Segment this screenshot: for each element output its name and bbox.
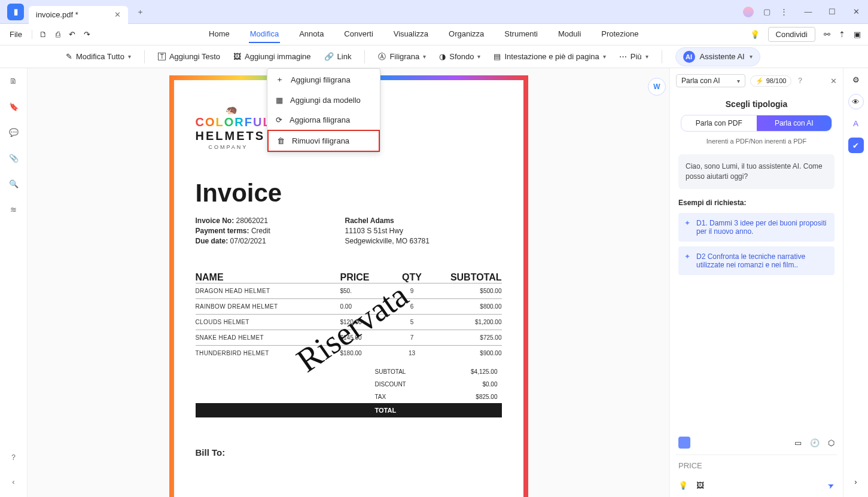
ai-assistant-button[interactable]: AI Assistente AI ▾ [675,47,760,66]
watermark-button[interactable]: Ⓐ Filigrana ▾ [378,51,426,62]
lightbulb-icon[interactable]: 💡 [678,481,688,490]
share-link-icon[interactable]: ⚯ [824,30,830,39]
menu-convert[interactable]: Converti [343,26,374,43]
ai-greeting: Ciao, sono Lumi, il tuo assistente AI. C… [678,154,835,189]
token-counter[interactable]: ⚡98/100 [750,75,792,87]
ai-app-icon[interactable] [678,437,690,449]
history-icon[interactable]: 🕘 [810,438,820,447]
menu-edit[interactable]: Modifica [249,26,280,43]
ai-mode-label: Parla con AI [681,77,720,85]
undo-icon[interactable]: ↶ [69,30,75,39]
kebab-menu-icon[interactable]: ⋮ [780,7,788,16]
file-menu[interactable]: File [0,30,32,39]
header-footer-button[interactable]: ▤ Intestazione e piè di pagina ▾ [494,52,605,61]
menu-organize[interactable]: Organizza [447,26,485,43]
add-watermark-item[interactable]: ＋Aggiungi filigrana [267,69,380,90]
search-icon[interactable]: 🔍 [9,179,19,188]
edit-all-button[interactable]: ✎ Modifica Tutto ▾ [66,52,131,61]
menu-annotate[interactable]: Annota [298,26,325,43]
menu-tools[interactable]: Strumenti [503,26,539,43]
account-avatar-icon[interactable] [743,7,754,17]
invoice-title: Invoice [196,179,502,208]
ai-check-icon[interactable]: ✔ [848,138,864,153]
menu-home[interactable]: Home [208,26,231,43]
background-icon: ◑ [439,52,446,61]
tax-value: $825.00 [435,394,498,400]
share-button[interactable]: Condividi [768,27,815,42]
settings-icon[interactable]: ⬡ [828,438,835,447]
close-panel-icon[interactable]: ✕ [830,77,837,86]
redo-icon[interactable]: ↷ [84,30,90,39]
ai-mode-select[interactable]: Parla con AI▾ [676,74,745,87]
more-icon: ⋯ [619,52,627,61]
chat-icon[interactable]: ▢ [763,7,770,16]
example-prompt-1[interactable]: D1. Dammi 3 idee per dei buoni propositi… [678,213,835,242]
add-watermark-template-item[interactable]: ▦Aggiungi da modello [267,90,380,110]
tax-label: TAX [375,394,435,400]
th-name: NAME [196,272,340,283]
comments-icon[interactable]: 💬 [9,128,19,137]
image-attach-icon[interactable]: 🖼 [696,481,704,490]
customer-addr2: Sedgewickville, MO 63781 [345,236,430,246]
menu-forms[interactable]: Moduli [557,26,582,43]
maximize-icon[interactable]: ☐ [824,4,840,20]
add-image-button[interactable]: 🖼 Aggiungi immagine [233,52,311,61]
lightbulb-icon[interactable]: 💡 [750,30,760,39]
collapse-right-icon[interactable]: › [854,477,857,486]
close-window-icon[interactable]: ✕ [848,4,864,20]
seg-ai[interactable]: Parla con AI [757,115,832,131]
background-button[interactable]: ◑ Sfondo ▾ [439,52,480,61]
minimize-icon[interactable]: ― [800,4,817,20]
attachments-icon[interactable]: 📎 [9,154,19,163]
table-row: SNAKE HEAD HELMET$145.007$725.00 [196,330,502,345]
link-button[interactable]: 🔗 Link [324,52,352,61]
thumbnails-icon[interactable]: 🗎 [10,77,17,86]
cell-price: 0.00 [340,303,388,310]
template-icon: ▦ [276,96,283,105]
cell-sub: $900.00 [436,350,502,356]
window-icon[interactable]: ▭ [794,438,802,447]
invno-value: 28062021 [236,217,268,225]
add-text-button[interactable]: 🅃 Aggiungi Testo [158,52,220,61]
help-icon[interactable]: ？ [10,452,17,463]
ai-magic-icon[interactable]: A [853,119,858,128]
maximize-doc-icon[interactable]: ▣ [854,30,861,39]
ai-input[interactable]: PRICE [676,455,837,476]
settings-sliders-icon[interactable]: ⚙ [852,75,860,84]
header-footer-icon: ▤ [494,52,501,61]
menu-protect[interactable]: Protezione [600,26,639,43]
layers-icon[interactable]: ≋ [10,205,17,214]
ai-title: Scegli tipologia [676,99,837,109]
bookmarks-icon[interactable]: 🔖 [9,102,19,111]
remove-watermark-item[interactable]: 🗑Rimuovi filigrana [267,130,380,152]
more-button[interactable]: ⋯ Più ▾ [619,52,648,61]
background-label: Sfondo [449,52,474,61]
seg-pdf[interactable]: Parla con PDF [681,115,757,131]
bill-to-label: Bill To: [196,447,502,458]
cell-sub: $800.00 [436,303,502,310]
add-text-label: Aggiungi Testo [169,52,220,61]
update-watermark-item[interactable]: ⟳Aggiorna filigrana [267,110,380,130]
add-image-label: Aggiungi immagine [245,52,311,61]
cell-price: $50. [340,288,388,294]
terms-label: Payment terms: [196,227,249,235]
table-row: CLOUDS HELMET$120.005$1,200.00 [196,314,502,330]
help-icon[interactable]: ？ [796,75,804,86]
print-icon[interactable]: ⎙ [56,30,60,39]
cell-sub: $1,200.00 [436,319,502,325]
ai-eye-icon[interactable]: 👁 [848,94,864,109]
menu-view[interactable]: Visualizza [392,26,430,43]
example-prompt-2[interactable]: D2 Confronta le tecniche narrative utili… [678,246,835,275]
save-icon[interactable]: 🗋 [39,30,47,39]
add-tab-icon[interactable]: ＋ [136,7,144,17]
watermark-icon: Ⓐ [378,51,386,62]
discount-label: DISCOUNT [375,381,435,388]
send-icon[interactable]: ➤ [826,480,836,490]
document-canvas[interactable]: 🦔 COLORFUL HELMETS COMPANY Invoice Invoi… [28,68,669,497]
collapse-left-icon[interactable]: ‹ [12,477,14,486]
tab-title: invoice.pdf * [36,10,78,19]
close-tab-icon[interactable]: ✕ [114,10,121,19]
cloud-upload-icon[interactable]: ⇡ [839,30,845,39]
convert-to-word-icon[interactable]: W [648,78,666,96]
document-tab[interactable]: invoice.pdf * ✕ [29,6,128,24]
